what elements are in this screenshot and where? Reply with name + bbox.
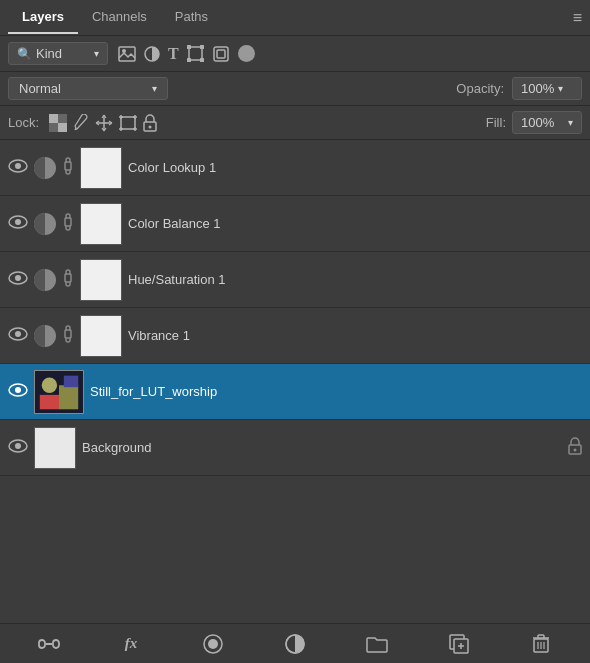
layer-link-icon[interactable] xyxy=(62,269,74,290)
lock-transparency-icon[interactable] xyxy=(49,114,67,132)
layer-row[interactable]: Hue/Saturation 1 xyxy=(0,252,590,308)
layers-panel: Color Lookup 1 xyxy=(0,140,590,623)
layer-visibility-icon[interactable] xyxy=(8,159,28,177)
svg-point-48 xyxy=(574,448,577,451)
adjustment-filter-icon[interactable] xyxy=(144,46,160,62)
svg-point-27 xyxy=(15,163,21,169)
bottom-toolbar: fx xyxy=(0,623,590,663)
transform-filter-icon[interactable] xyxy=(187,45,204,62)
kind-dropdown[interactable]: 🔍 Kind ▾ xyxy=(8,42,108,65)
fill-chevron-icon: ▾ xyxy=(568,117,573,128)
lock-label: Lock: xyxy=(8,115,39,130)
svg-rect-42 xyxy=(59,385,78,409)
fill-label: Fill: xyxy=(486,115,506,130)
layer-name-label: Vibrance 1 xyxy=(128,328,582,343)
svg-rect-7 xyxy=(200,58,204,62)
fill-value-text: 100% xyxy=(521,115,554,130)
svg-rect-0 xyxy=(119,47,135,61)
svg-rect-50 xyxy=(53,640,59,648)
svg-point-25 xyxy=(149,125,152,128)
svg-point-30 xyxy=(15,219,21,225)
layer-name-label: Still_for_LUT_worship xyxy=(90,384,582,399)
svg-rect-31 xyxy=(65,218,71,226)
svg-rect-41 xyxy=(40,394,59,408)
fill-input[interactable]: 100% ▾ xyxy=(512,111,582,134)
svg-point-36 xyxy=(15,331,21,337)
tab-layers[interactable]: Layers xyxy=(8,1,78,34)
layer-name-label: Color Balance 1 xyxy=(128,216,582,231)
new-layer-button[interactable] xyxy=(441,626,477,662)
lock-image-icon[interactable] xyxy=(73,114,89,132)
tab-paths[interactable]: Paths xyxy=(161,1,222,34)
layer-thumbnail xyxy=(80,147,122,189)
text-filter-icon[interactable]: T xyxy=(168,45,179,63)
svg-rect-4 xyxy=(187,45,191,49)
layer-link-icon[interactable] xyxy=(62,157,74,178)
svg-rect-5 xyxy=(200,45,204,49)
kind-label: Kind xyxy=(36,46,62,61)
svg-rect-49 xyxy=(39,640,45,648)
layer-row[interactable]: Still_for_LUT_worship xyxy=(0,364,590,420)
layer-row[interactable]: Color Balance 1 xyxy=(0,196,590,252)
lock-artboard-icon[interactable] xyxy=(119,115,137,131)
layer-visibility-icon[interactable] xyxy=(8,439,28,457)
lock-position-icon[interactable] xyxy=(95,114,113,132)
svg-rect-11 xyxy=(58,123,67,132)
svg-rect-8 xyxy=(214,47,228,61)
adjustment-layer-icon xyxy=(34,157,56,179)
layer-lock-icon[interactable] xyxy=(568,437,582,459)
fx-label: fx xyxy=(125,635,138,652)
layer-thumbnail xyxy=(80,259,122,301)
image-filter-icon[interactable] xyxy=(118,46,136,62)
opacity-input[interactable]: 100% ▾ xyxy=(512,77,582,100)
svg-rect-3 xyxy=(189,47,202,60)
adjustment-layer-icon xyxy=(34,213,56,235)
layer-row[interactable]: Vibrance 1 xyxy=(0,308,590,364)
svg-rect-15 xyxy=(121,117,135,129)
layer-visibility-icon[interactable] xyxy=(8,383,28,401)
layer-name-label: Hue/Saturation 1 xyxy=(128,272,582,287)
layer-visibility-icon[interactable] xyxy=(8,215,28,233)
svg-rect-9 xyxy=(217,50,225,58)
blend-row: Normal ▾ Opacity: 100% ▾ xyxy=(0,72,590,106)
panel-menu-icon[interactable]: ≡ xyxy=(573,9,582,27)
filter-icons: T xyxy=(118,45,255,63)
layers-list: Color Lookup 1 xyxy=(0,140,590,623)
svg-point-52 xyxy=(208,639,218,649)
layer-thumbnail xyxy=(34,427,76,469)
adjustment-layer-icon xyxy=(34,269,56,291)
layer-thumbnail xyxy=(80,315,122,357)
layer-visibility-icon[interactable] xyxy=(8,271,28,289)
layer-link-icon[interactable] xyxy=(62,325,74,346)
svg-point-44 xyxy=(42,377,57,392)
layer-name-label: Background xyxy=(82,440,562,455)
search-icon: 🔍 xyxy=(17,47,32,61)
smartobject-filter-icon[interactable] xyxy=(212,45,230,63)
blend-chevron-icon: ▾ xyxy=(152,83,157,94)
blend-mode-dropdown[interactable]: Normal ▾ xyxy=(8,77,168,100)
layer-link-icon[interactable] xyxy=(62,213,74,234)
lock-all-icon[interactable] xyxy=(143,114,157,132)
layer-row[interactable]: Background xyxy=(0,420,590,476)
adjustment-layer-icon xyxy=(34,325,56,347)
filter-row: 🔍 Kind ▾ T xyxy=(0,36,590,72)
dot-filter-icon[interactable] xyxy=(238,45,255,62)
svg-point-39 xyxy=(15,387,21,393)
chevron-down-icon: ▾ xyxy=(94,48,99,59)
add-mask-button[interactable] xyxy=(195,626,231,662)
layer-thumbnail xyxy=(80,203,122,245)
opacity-chevron-icon: ▾ xyxy=(558,83,563,94)
svg-rect-34 xyxy=(65,274,71,282)
new-fill-adjustment-button[interactable] xyxy=(277,626,313,662)
link-layers-button[interactable] xyxy=(31,626,67,662)
new-group-button[interactable] xyxy=(359,626,395,662)
delete-layer-button[interactable] xyxy=(523,626,559,662)
tab-channels[interactable]: Channels xyxy=(78,1,161,34)
blend-mode-label: Normal xyxy=(19,81,61,96)
layer-row[interactable]: Color Lookup 1 xyxy=(0,140,590,196)
layer-visibility-icon[interactable] xyxy=(8,327,28,345)
svg-rect-43 xyxy=(64,375,78,387)
lock-row: Lock: xyxy=(0,106,590,140)
layer-fx-button[interactable]: fx xyxy=(113,626,149,662)
svg-rect-13 xyxy=(49,123,58,132)
